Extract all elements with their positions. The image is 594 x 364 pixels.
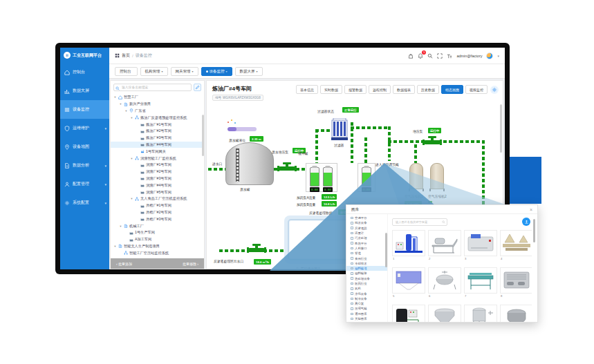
tree-node[interactable]: 润滑厂#5号车间 bbox=[111, 189, 204, 195]
dosing-cylinder[interactable] bbox=[310, 167, 319, 186]
gallery-item-image[interactable] bbox=[392, 230, 425, 256]
air-compressor-2[interactable] bbox=[430, 163, 444, 189]
gallery-item-image[interactable] bbox=[500, 305, 532, 322]
tree-node[interactable]: ▾ 炼油厂反渗透预处理监控系统 bbox=[111, 114, 204, 121]
pressure-pump[interactable] bbox=[423, 136, 442, 146]
gallery-category[interactable]: 换热平台 bbox=[346, 240, 387, 245]
sidebar-item[interactable]: 运维维护 ▾ bbox=[60, 119, 109, 137]
tree-caret-icon[interactable]: ▾ bbox=[124, 109, 128, 113]
module-tab[interactable]: 设备监控 ▾ bbox=[201, 67, 232, 76]
dosing-cylinder[interactable] bbox=[362, 167, 371, 186]
settings-gear-button[interactable] bbox=[490, 86, 499, 94]
cart-icon[interactable] bbox=[408, 53, 414, 59]
tree-node[interactable]: 炼油厂#1号车间 bbox=[111, 121, 204, 128]
tree-node[interactable]: ▾ 智慧工厂 bbox=[111, 94, 204, 101]
module-tab[interactable]: 数据大屏 ▾ bbox=[235, 67, 263, 76]
gallery-item[interactable]: 12 bbox=[500, 305, 532, 322]
notification-bell-icon[interactable]: 5 bbox=[418, 53, 423, 59]
sidebar-item[interactable]: 数据分析 ▾ bbox=[60, 156, 109, 175]
gallery-item[interactable]: 8 bbox=[500, 267, 532, 302]
detail-tab-button[interactable]: 报警数据 bbox=[344, 85, 366, 94]
tree-caret-icon[interactable]: ▾ bbox=[130, 197, 133, 200]
gallery-category[interactable]: 制冷设备 bbox=[346, 296, 387, 301]
module-tab[interactable]: 网关管理 ▾ bbox=[171, 67, 198, 76]
tree-node[interactable]: 炼油厂#4号车间 bbox=[111, 142, 204, 149]
tree-node[interactable]: 质检厂#1号车间 bbox=[111, 202, 204, 209]
tree-node[interactable]: 润滑厂#4号车间 bbox=[111, 182, 204, 189]
air-compressor-1[interactable] bbox=[409, 163, 423, 189]
gallery-category[interactable]: 物料罐装 bbox=[346, 271, 387, 276]
gallery-item-image[interactable] bbox=[428, 267, 461, 294]
sidebar-item[interactable]: 数据大屏 bbox=[60, 82, 109, 100]
module-tab[interactable]: 机构管理 ▾ bbox=[140, 67, 168, 76]
gallery-item[interactable]: 4 bbox=[500, 230, 532, 265]
gallery-item-image[interactable] bbox=[464, 305, 497, 322]
detail-tab-button[interactable]: 远程控制 bbox=[369, 85, 391, 94]
upload-button[interactable] bbox=[522, 218, 530, 226]
tree-caret-icon[interactable]: ▾ bbox=[130, 116, 133, 119]
booster-pump[interactable] bbox=[277, 162, 297, 172]
gallery-item-image[interactable] bbox=[464, 267, 497, 294]
gallery-scrollbar[interactable] bbox=[533, 219, 535, 242]
gallery-category[interactable]: 食品行业 bbox=[346, 256, 387, 260]
gallery-item[interactable]: 6 bbox=[428, 267, 461, 302]
avatar[interactable] bbox=[486, 52, 493, 59]
gallery-item[interactable]: 11 bbox=[464, 305, 497, 322]
gallery-item-image[interactable] bbox=[392, 267, 425, 294]
detail-tab-button[interactable]: 实时数据 bbox=[320, 85, 342, 94]
tree-node[interactable]: 质检厂#3号车间 bbox=[111, 215, 204, 222]
tree-node[interactable]: 1号生产车间 bbox=[111, 229, 204, 236]
tree-node[interactable]: ▾ 智能无人生产制造项目 bbox=[111, 243, 204, 250]
tree-node[interactable]: ▾ 机械工厂 bbox=[111, 222, 204, 229]
tree-node[interactable]: ▾ 新兴产业项目 bbox=[111, 101, 204, 108]
raw-water-tank[interactable] bbox=[225, 142, 274, 185]
breadcrumb-home[interactable]: 首页 bbox=[122, 52, 130, 59]
sidebar-item[interactable]: 控制台 bbox=[60, 63, 109, 82]
tree-node[interactable]: 炼油厂#3号车间 bbox=[111, 135, 204, 142]
gallery-search-input[interactable] bbox=[392, 218, 447, 226]
detail-tab-button[interactable]: 历史数据 bbox=[417, 85, 439, 94]
tree-node[interactable]: A加工车间 bbox=[111, 236, 204, 243]
gallery-category[interactable]: 冷却排水 bbox=[346, 261, 387, 266]
category-scrollbar[interactable] bbox=[385, 233, 387, 267]
gallery-category[interactable]: 空调平台 bbox=[346, 215, 387, 220]
gallery-item-image[interactable] bbox=[464, 230, 497, 256]
sidebar-item[interactable]: 设备监控 bbox=[60, 100, 109, 119]
sidebar-item[interactable]: 系统配置 ▾ bbox=[60, 193, 109, 212]
gallery-category[interactable]: 污水处理 bbox=[346, 236, 387, 240]
gallery-item[interactable]: 5 bbox=[392, 267, 425, 302]
sidebar-item[interactable]: 设备地图 bbox=[60, 137, 109, 156]
batch-add-button[interactable]: ‹ 批量添加 bbox=[116, 262, 132, 266]
tree-search-input[interactable] bbox=[113, 84, 192, 91]
tree-caret-icon[interactable]: ▾ bbox=[119, 102, 122, 106]
gallery-category[interactable]: 大型图库 bbox=[346, 316, 387, 321]
outlet-pump[interactable] bbox=[247, 244, 266, 253]
tree-scrollbar[interactable] bbox=[202, 115, 204, 156]
tree-node[interactable]: 质检厂#2号车间 bbox=[111, 209, 204, 216]
gallery-category[interactable]: 压缩气罐 bbox=[346, 306, 387, 311]
tree-node[interactable]: 智能工厂空压站监控系统 bbox=[111, 249, 204, 256]
gallery-category[interactable]: 反渗透膜 bbox=[346, 226, 387, 231]
gallery-category[interactable]: 物料输送 bbox=[346, 266, 387, 271]
gallery-item[interactable]: 2 bbox=[428, 230, 461, 265]
gallery-item-image[interactable] bbox=[392, 305, 425, 322]
filter-unit[interactable] bbox=[331, 118, 348, 142]
tree-caret-icon[interactable]: ▾ bbox=[119, 224, 122, 228]
gallery-item-image[interactable] bbox=[428, 230, 461, 256]
dosing-cylinder[interactable] bbox=[323, 167, 333, 186]
gallery-category[interactable]: 流量计 bbox=[346, 231, 387, 236]
tree-node[interactable]: 润滑厂#1号车间 bbox=[111, 162, 204, 169]
gallery-category[interactable]: 纯水设备 bbox=[346, 220, 387, 225]
gallery-item[interactable]: 3 bbox=[464, 230, 497, 265]
gallery-item-image[interactable] bbox=[500, 230, 532, 256]
tree-node[interactable]: ▾ 广东省 bbox=[111, 108, 204, 115]
gallery-item[interactable]: 7 bbox=[464, 267, 497, 302]
tree-caret-icon[interactable]: ▾ bbox=[113, 245, 117, 248]
batch-remove-button[interactable]: 批量移除 › bbox=[183, 262, 198, 266]
tree-caret-icon[interactable]: ▾ bbox=[130, 157, 133, 160]
fullscreen-icon[interactable] bbox=[437, 53, 443, 59]
tree-node[interactable]: 炼油厂#2号车间 bbox=[111, 128, 204, 135]
tree-node[interactable]: 1号车间网关 bbox=[111, 148, 204, 155]
tree-node[interactable]: ▾ 润滑智能工厂监控系统 bbox=[111, 155, 204, 162]
detail-tab-button[interactable]: 视频监控 bbox=[465, 85, 488, 94]
